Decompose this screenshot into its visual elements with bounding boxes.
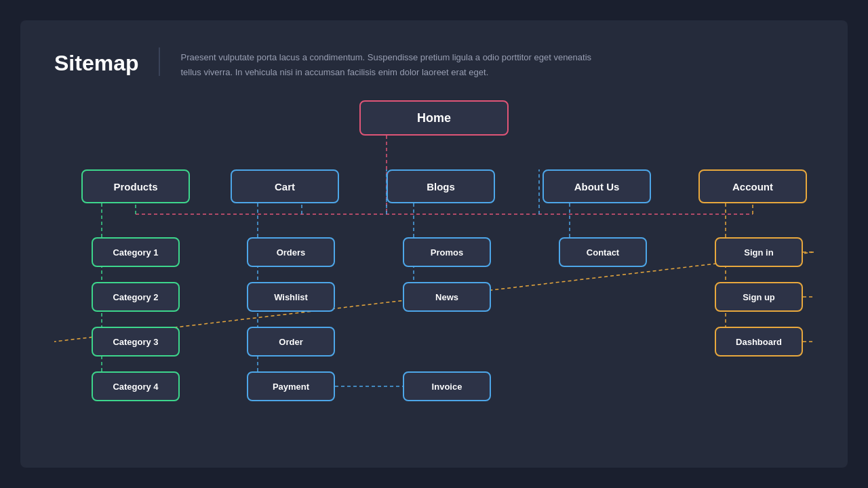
node-dashboard-label: Dashboard	[736, 337, 782, 347]
node-cart[interactable]: Cart	[231, 169, 339, 203]
node-home[interactable]: Home	[359, 100, 509, 136]
node-signin[interactable]: Sign in	[715, 237, 803, 267]
node-order-label: Order	[279, 337, 302, 347]
header: Sitemap Praesent vulputate porta lacus a…	[54, 47, 814, 80]
node-blogs[interactable]: Blogs	[387, 169, 495, 203]
node-wishlist[interactable]: Wishlist	[247, 282, 335, 312]
node-signup-label: Sign up	[743, 292, 775, 302]
node-cart-label: Cart	[275, 181, 295, 192]
node-promos-label: Promos	[431, 247, 463, 258]
node-blogs-label: Blogs	[427, 181, 455, 192]
node-contact[interactable]: Contact	[559, 237, 647, 267]
node-home-label: Home	[417, 111, 451, 125]
node-contact-label: Contact	[587, 247, 619, 258]
node-orders-label: Orders	[277, 247, 306, 258]
node-orders[interactable]: Orders	[247, 237, 335, 267]
node-signin-label: Sign in	[744, 247, 773, 258]
node-wishlist-label: Wishlist	[274, 292, 308, 302]
node-news[interactable]: News	[403, 282, 491, 312]
page-title: Sitemap	[54, 47, 160, 76]
node-order[interactable]: Order	[247, 327, 335, 357]
node-dashboard[interactable]: Dashboard	[715, 327, 803, 357]
node-cat1-label: Category 1	[113, 247, 158, 258]
page-wrapper: Sitemap Praesent vulputate porta lacus a…	[20, 20, 848, 468]
node-cat2-label: Category 2	[113, 292, 158, 302]
sitemap-diagram: Home Products Cart Blogs About Us Accoun…	[54, 100, 814, 453]
node-signup[interactable]: Sign up	[715, 282, 803, 312]
node-products-label: Products	[113, 181, 157, 192]
node-category2[interactable]: Category 2	[92, 282, 180, 312]
node-category3[interactable]: Category 3	[92, 327, 180, 357]
node-account[interactable]: Account	[698, 169, 807, 203]
node-payment[interactable]: Payment	[247, 371, 335, 401]
node-news-label: News	[435, 292, 458, 302]
node-promos[interactable]: Promos	[403, 237, 491, 267]
node-invoice[interactable]: Invoice	[403, 371, 491, 401]
node-category4[interactable]: Category 4	[92, 371, 180, 401]
node-cat3-label: Category 3	[113, 337, 158, 347]
node-aboutus-label: About Us	[574, 181, 620, 192]
node-payment-label: Payment	[273, 382, 309, 392]
node-account-label: Account	[732, 181, 773, 192]
node-aboutus[interactable]: About Us	[542, 169, 651, 203]
node-products[interactable]: Products	[81, 169, 190, 203]
node-cat4-label: Category 4	[113, 382, 158, 392]
header-description: Praesent vulputate porta lacus a condime…	[180, 47, 601, 80]
node-invoice-label: Invoice	[432, 382, 462, 392]
node-category1[interactable]: Category 1	[92, 237, 180, 267]
